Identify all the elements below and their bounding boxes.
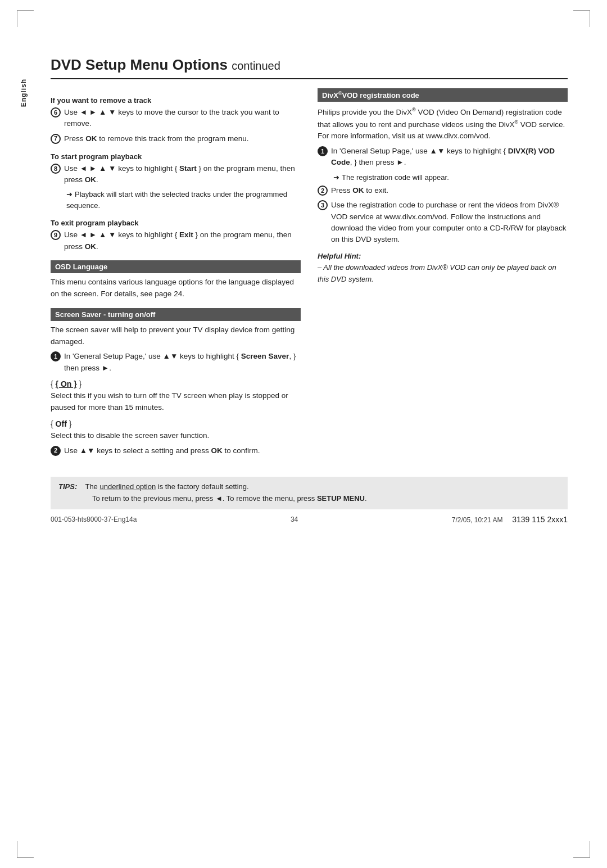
step-9-circle: 9 (51, 230, 61, 240)
divx-intro: Philips provide you the DivX® VOD (Video… (318, 106, 568, 142)
exit-playback-heading: To exit program playback (51, 219, 301, 227)
step-7-circle: 7 (51, 134, 61, 144)
footer-center-page: 34 (291, 516, 298, 523)
on-option-heading: { { On } } (51, 379, 301, 388)
remove-track-heading: If you want to remove a track (51, 96, 301, 105)
page: English DVD Setup Menu Options continued… (0, 0, 607, 868)
divx-step2-circle: 2 (318, 186, 328, 196)
step-9-text: Use ◄ ► ▲ ▼ keys to highlight { Exit } o… (64, 229, 301, 252)
step-6-text: Use ◄ ► ▲ ▼ keys to move the cursor to t… (64, 107, 301, 130)
tips-label: TIPS: (58, 482, 77, 491)
content-area: DVD Setup Menu Options continued If you … (51, 22, 568, 460)
screensaver-step1: 1 In 'General Setup Page,' use ▲▼ keys t… (51, 351, 301, 374)
page-footer: 001-053-hts8000-37-Eng14a 34 7/2/05, 10:… (51, 515, 568, 524)
step-8: 8 Use ◄ ► ▲ ▼ keys to highlight { Start … (51, 163, 301, 186)
step-8-text: Use ◄ ► ▲ ▼ keys to highlight { Start } … (64, 163, 301, 186)
divx-arrow1: ➜The registration code will appear. (318, 172, 568, 183)
osd-language-heading: OSD Language (51, 260, 301, 273)
divx-heading: DivX®VOD registration code (318, 88, 568, 102)
step-7-text: Press OK to remove this track from the p… (64, 133, 301, 144)
screensaver-step2-circle: 2 (51, 446, 61, 456)
screensaver-heading: Screen Saver - turning on/off (51, 308, 301, 321)
off-option-heading: { Off } (51, 419, 301, 428)
divx-step3: 3 Use the registration code to purchase … (318, 200, 568, 245)
corner-mark-bl (17, 841, 34, 858)
step-8-circle: 8 (51, 164, 61, 174)
screensaver-intro: The screen saver will help to prevent yo… (51, 324, 301, 348)
screensaver-step2: 2 Use ▲▼ keys to select a setting and pr… (51, 445, 301, 456)
footer-left: 001-053-hts8000-37-Eng14a (51, 516, 137, 523)
start-playback-heading: To start program playback (51, 152, 301, 161)
tip2: To return to the previous menu, press ◄.… (58, 493, 367, 505)
start-arrow: ➜Playback will start with the selected t… (51, 189, 301, 211)
screensaver-step1-text: In 'General Setup Page,' use ▲▼ keys to … (64, 351, 301, 374)
divx-step2-text: Press OK to exit. (331, 185, 568, 196)
divx-step3-circle: 3 (318, 200, 328, 210)
corner-mark-tl (17, 10, 34, 27)
tips-bar: TIPS: The underlined option is the facto… (51, 477, 568, 509)
two-column-layout: If you want to remove a track 6 Use ◄ ► … (51, 88, 568, 460)
divx-step2: 2 Press OK to exit. (318, 185, 568, 196)
helpful-hint: Helpful Hint: – All the downloaded video… (318, 251, 568, 284)
step-6-circle: 6 (51, 107, 61, 117)
divx-step1-circle: 1 (318, 146, 328, 156)
tip1: The underlined option is the factory def… (85, 482, 248, 491)
right-column: DivX®VOD registration code Philips provi… (318, 88, 568, 460)
page-title: DVD Setup Menu Options continued (51, 56, 568, 79)
step-7: 7 Press OK to remove this track from the… (51, 133, 301, 144)
step-9: 9 Use ◄ ► ▲ ▼ keys to highlight { Exit }… (51, 229, 301, 252)
divx-step1-text: In 'General Setup Page,' use ▲▼ keys to … (331, 146, 568, 169)
osd-language-text: This menu contains various language opti… (51, 277, 301, 300)
corner-mark-br (573, 841, 590, 858)
off-option-desc: Select this to disable the screen saver … (51, 430, 301, 442)
corner-mark-tr (573, 10, 590, 27)
on-option-desc: Select this if you wish to turn off the … (51, 390, 301, 414)
screensaver-step2-text: Use ▲▼ keys to select a setting and pres… (64, 445, 301, 456)
footer-right-date: 7/2/05, 10:21 AM 3139 115 2xxx1 (452, 515, 568, 524)
screensaver-step1-circle: 1 (51, 351, 61, 361)
sidebar-language-label: English (20, 79, 28, 107)
left-column: If you want to remove a track 6 Use ◄ ► … (51, 88, 301, 460)
divx-step3-text: Use the registration code to purchase or… (331, 200, 568, 245)
divx-step1: 1 In 'General Setup Page,' use ▲▼ keys t… (318, 146, 568, 169)
step-6: 6 Use ◄ ► ▲ ▼ keys to move the cursor to… (51, 107, 301, 130)
